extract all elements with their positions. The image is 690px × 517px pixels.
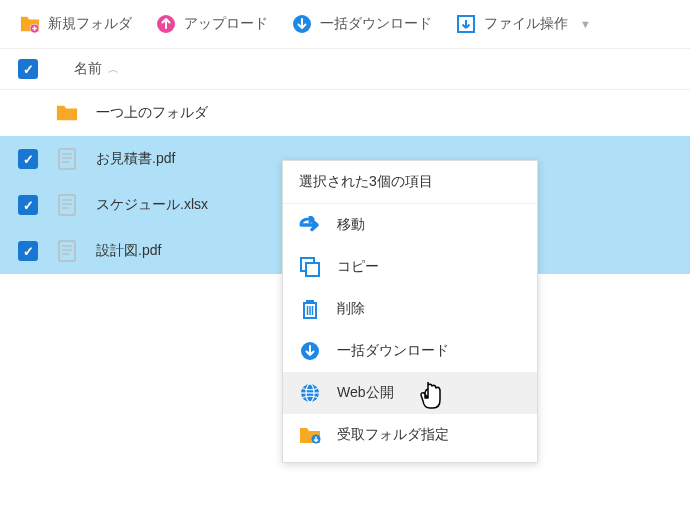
name-column-header[interactable]: 名前 ︿: [74, 60, 119, 78]
bulk-download-label: 一括ダウンロード: [320, 15, 432, 33]
upload-button[interactable]: アップロード: [148, 10, 276, 38]
file-ops-icon: [456, 14, 476, 34]
context-copy-label: コピー: [337, 258, 379, 276]
file-ops-label: ファイル操作: [484, 15, 568, 33]
context-copy[interactable]: コピー: [283, 246, 537, 288]
context-menu: 選択された3個の項目 移動 コピー: [282, 160, 538, 463]
globe-icon: [299, 382, 321, 404]
upload-icon: [156, 14, 176, 34]
svg-rect-13: [59, 241, 75, 261]
svg-rect-9: [59, 195, 75, 215]
select-all-checkbox[interactable]: [18, 59, 38, 79]
context-web-publish[interactable]: Web公開: [283, 372, 537, 414]
folder-receive-icon: [299, 424, 321, 446]
file-checkbox[interactable]: [18, 149, 38, 169]
file-ops-button[interactable]: ファイル操作 ▼: [448, 10, 599, 38]
bulk-download-button[interactable]: 一括ダウンロード: [284, 10, 440, 38]
context-menu-header: 選択された3個の項目: [283, 161, 537, 204]
download-icon: [292, 14, 312, 34]
column-header-row: 名前 ︿: [0, 49, 690, 90]
file-checkbox[interactable]: [18, 241, 38, 261]
move-icon: [299, 214, 321, 236]
file-checkbox[interactable]: [18, 195, 38, 215]
svg-rect-5: [59, 149, 75, 169]
parent-folder-label: 一つ上のフォルダ: [96, 104, 208, 122]
context-bulk-download-label: 一括ダウンロード: [337, 342, 449, 360]
file-name: お見積書.pdf: [96, 150, 175, 168]
context-bulk-download[interactable]: 一括ダウンロード: [283, 330, 537, 372]
context-delete-label: 削除: [337, 300, 365, 318]
upload-label: アップロード: [184, 15, 268, 33]
sort-asc-icon: ︿: [108, 62, 119, 77]
copy-icon: [299, 256, 321, 278]
new-folder-button[interactable]: 新規フォルダ: [12, 10, 140, 38]
context-receive-folder-label: 受取フォルダ指定: [337, 426, 449, 444]
document-icon: [56, 240, 78, 262]
context-delete[interactable]: 削除: [283, 288, 537, 330]
parent-folder-row[interactable]: 一つ上のフォルダ: [0, 90, 690, 136]
toolbar: 新規フォルダ アップロード 一括ダウンロード ファイル操作 ▼: [0, 0, 690, 49]
folder-icon: [56, 102, 78, 124]
trash-icon: [299, 298, 321, 320]
context-move-label: 移動: [337, 216, 365, 234]
name-column-label: 名前: [74, 60, 102, 78]
new-folder-label: 新規フォルダ: [48, 15, 132, 33]
download-icon: [299, 340, 321, 362]
file-name: 設計図.pdf: [96, 242, 161, 260]
document-icon: [56, 194, 78, 216]
svg-rect-18: [306, 263, 319, 276]
folder-add-icon: [20, 14, 40, 34]
context-receive-folder[interactable]: 受取フォルダ指定: [283, 414, 537, 456]
document-icon: [56, 148, 78, 170]
file-name: スケジュール.xlsx: [96, 196, 208, 214]
chevron-down-icon: ▼: [580, 18, 591, 30]
context-web-publish-label: Web公開: [337, 384, 394, 402]
context-move[interactable]: 移動: [283, 204, 537, 246]
